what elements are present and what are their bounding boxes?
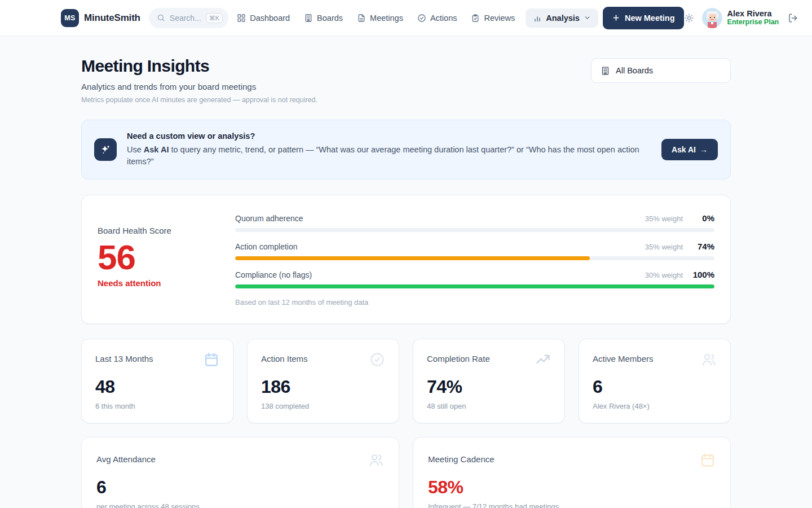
health-status-badge: Needs attention [98,278,208,288]
nav-item-boards[interactable]: Boards [304,14,343,23]
building-icon [304,14,313,23]
trending-up-icon [535,352,551,367]
logout-icon[interactable] [788,13,798,23]
top-nav: MS MinuteSmith Search... ⌘K Dashboard Bo… [0,0,812,36]
stat-sub: Alex Rivera (48×) [593,402,717,410]
arrow-right-icon: → [700,145,708,154]
progress-bar-fill [235,256,590,260]
stat-value: 58% [428,477,716,498]
stat-card-active-members: Active Members 6 Alex Rivera (48×) [579,339,731,423]
main-content: Meeting Insights Analytics and trends fr… [81,36,731,508]
progress-bar-fill [235,284,714,288]
stat-sub: 6 this month [95,402,219,410]
nav-item-label: Actions [430,14,457,23]
ask-ai-banner: Need a custom view or analysis? Use Ask … [81,120,731,179]
stat-sub: Infrequent — 7/12 months had meetings [428,502,716,508]
metric-quorum: Quorum adherence 35% weight 0% [235,213,714,232]
nav-item-dashboard[interactable]: Dashboard [237,14,290,23]
plus-icon [612,14,620,22]
users-icon [368,452,384,468]
board-health-card: Board Health Score 56 Needs attention Qu… [81,195,731,324]
metric-weight: 35% weight [645,243,683,251]
board-filter-select[interactable]: All Boards [591,58,731,83]
page-note: Metrics populate once AI minutes are gen… [81,96,317,104]
metric-weight: 35% weight [645,214,683,223]
gear-icon[interactable] [684,13,694,23]
stat-card-avg-attendance: Avg Attendance 6 per meeting across 48 s… [81,437,399,508]
user-info: Alex Rivera Enterprise Plan [727,9,779,27]
stat-sub: 48 still open [427,402,551,410]
stat-label: Completion Rate [427,352,490,364]
nav-item-actions[interactable]: Actions [417,14,457,23]
stat-card-action-items: Action Items 186 138 completed [247,339,399,423]
page-header-text: Meeting Insights Analytics and trends fr… [81,56,317,104]
grid-icon [237,14,246,23]
stat-sub: per meeting across 48 sessions [96,502,384,508]
ask-ai-body-rest: to query any metric, trend, or pattern —… [127,145,639,166]
brand[interactable]: MS MinuteSmith [61,9,140,27]
stat-label: Action Items [261,352,308,364]
new-meeting-label: New Meeting [625,14,675,23]
user-plan-badge: Enterprise Plan [727,18,779,27]
stats-row: Last 13 Months 48 6 this month Action It… [81,339,731,423]
ask-ai-body-bold: Ask AI [144,145,169,154]
metric-compliance: Compliance (no flags) 30% weight 100% [235,270,714,288]
stat-label: Avg Attendance [96,452,156,464]
nav-item-meetings[interactable]: Meetings [357,14,403,23]
stat-value: 6 [593,376,717,397]
board-filter-value: All Boards [616,66,653,75]
stat-value: 6 [96,477,384,498]
stat-label: Active Members [593,352,654,364]
stat-sub: 138 completed [261,402,385,410]
ask-ai-button-label: Ask AI [672,145,696,154]
stat-card-meetings: Last 13 Months 48 6 this month [81,339,233,423]
page-subtitle: Analytics and trends from your board mee… [81,82,317,91]
health-score-value: 56 [98,240,208,275]
metric-label: Compliance (no flags) [235,270,645,279]
stat-value: 48 [95,376,219,397]
progress-bar [235,284,714,288]
nav-right: Alex Rivera Enterprise Plan [684,8,798,28]
stat-label: Last 13 Months [95,352,153,364]
nav-item-label: Dashboard [250,14,290,23]
brand-name: MinuteSmith [84,12,140,24]
search-placeholder: Search... [170,14,201,23]
ask-ai-text: Need a custom view or analysis? Use Ask … [127,132,651,168]
metric-weight: 30% weight [645,271,683,279]
ask-ai-body-prefix: Use [127,145,144,154]
ask-ai-button[interactable]: Ask AI → [661,139,718,160]
health-footnote: Based on last 12 months of meeting data [235,298,714,306]
clipboard-icon [471,14,480,23]
user-menu[interactable]: Alex Rivera Enterprise Plan [702,8,779,28]
ask-ai-title: Need a custom view or analysis? [127,132,651,141]
search-input[interactable]: Search... ⌘K [149,8,228,28]
check-circle-icon [369,352,385,367]
metric-value: 0% [690,213,714,223]
user-name: Alex Rivera [727,9,779,19]
nav-item-analysis[interactable]: Analysis [526,8,598,28]
metric-label: Quorum adherence [235,214,645,223]
page-header: Meeting Insights Analytics and trends fr… [81,56,731,104]
nav-item-reviews[interactable]: Reviews [471,14,515,23]
bar-chart-icon [533,14,542,23]
check-circle-icon [417,14,426,23]
nav-item-label: Boards [317,14,343,23]
search-icon [157,14,165,22]
nav-links: Dashboard Boards Meetings Actions Review… [237,8,598,28]
file-text-icon [357,14,366,23]
calendar-icon [204,352,219,367]
brand-logo: MS [61,9,79,27]
sparkles-icon [94,138,117,161]
nav-item-label: Meetings [370,14,403,23]
progress-bar [235,256,714,260]
avatar [702,8,722,28]
metric-label: Action completion [235,242,645,251]
health-score-block: Board Health Score 56 Needs attention [98,212,208,306]
stat-card-completion-rate: Completion Rate 74% 48 still open [413,339,565,423]
progress-bar [235,228,714,232]
new-meeting-button[interactable]: New Meeting [603,7,684,29]
ask-ai-body: Use Ask AI to query any metric, trend, o… [127,144,651,168]
stat-value: 186 [261,376,385,397]
nav-item-label: Analysis [546,14,580,23]
building-icon [601,66,610,76]
